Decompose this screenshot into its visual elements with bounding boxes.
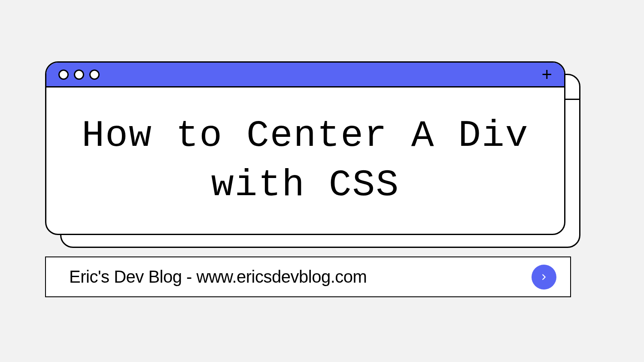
- page-title: How to Center A Div with CSS: [55, 112, 556, 210]
- close-icon[interactable]: [58, 69, 69, 80]
- window-titlebar: +: [46, 63, 564, 87]
- maximize-icon[interactable]: [89, 69, 100, 80]
- go-button[interactable]: [532, 265, 556, 290]
- plus-icon[interactable]: +: [541, 66, 552, 84]
- minimize-icon[interactable]: [74, 69, 84, 80]
- address-bar: Eric's Dev Blog - www.ericsdevblog.com: [45, 256, 571, 297]
- blog-url-text: Eric's Dev Blog - www.ericsdevblog.com: [69, 267, 367, 287]
- window-controls: [58, 69, 100, 80]
- chevron-right-icon: [539, 272, 549, 282]
- browser-window: + How to Center A Div with CSS: [45, 61, 565, 235]
- window-content: How to Center A Div with CSS: [46, 87, 564, 234]
